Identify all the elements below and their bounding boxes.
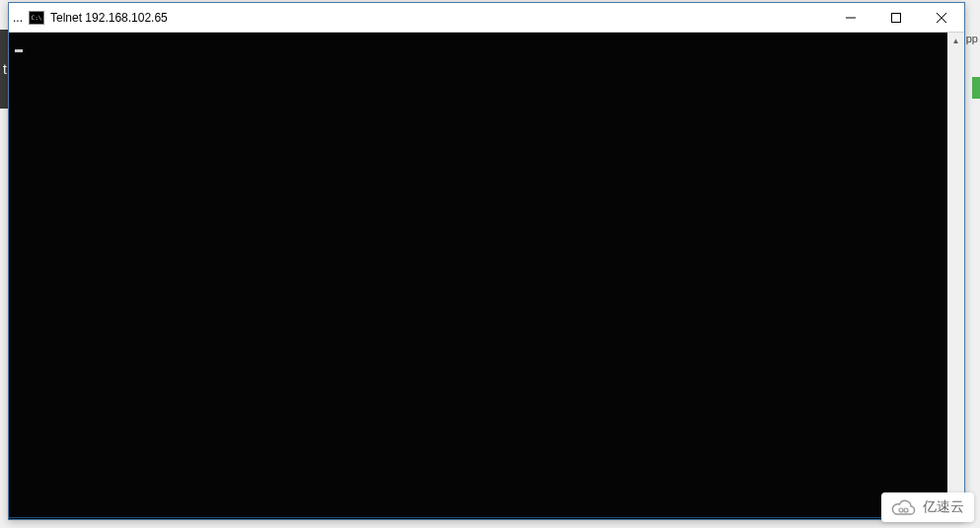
watermark-badge: 亿速云 [881, 492, 974, 522]
background-right-accent [972, 77, 980, 99]
left-strip-char: t [3, 61, 7, 77]
titlebar-left: ... C:\ Telnet 192.168.102.65 [9, 11, 828, 25]
minimize-button[interactable] [828, 3, 873, 32]
svg-point-5 [904, 508, 908, 512]
cmd-icon: C:\ [29, 11, 44, 25]
watermark-text: 亿速云 [923, 498, 964, 516]
terminal-output[interactable] [9, 33, 947, 519]
background-side-label: pp [965, 33, 979, 44]
vertical-scrollbar[interactable]: ▲ ▼ [947, 33, 964, 519]
title-prefix: ... [11, 11, 23, 25]
cloud-icon [891, 498, 917, 516]
window-titlebar[interactable]: ... C:\ Telnet 192.168.102.65 [9, 3, 964, 33]
chevron-up-icon: ▲ [952, 37, 960, 45]
scroll-track[interactable] [947, 49, 964, 502]
terminal-divider [9, 517, 947, 518]
terminal-area: ▲ ▼ [9, 33, 964, 519]
maximize-button[interactable] [873, 3, 919, 32]
close-icon [937, 13, 946, 23]
maximize-icon [891, 13, 901, 23]
scroll-up-button[interactable]: ▲ [947, 33, 964, 49]
window-title: Telnet 192.168.102.65 [50, 11, 168, 25]
telnet-window: ... C:\ Telnet 192.168.102.65 ▲ [8, 2, 965, 520]
svg-point-4 [899, 508, 903, 512]
cmd-icon-label: C:\ [32, 15, 42, 21]
terminal-cursor [15, 49, 23, 52]
window-controls [828, 3, 964, 32]
svg-rect-1 [892, 13, 901, 22]
close-button[interactable] [919, 3, 964, 32]
minimize-icon [846, 13, 856, 23]
